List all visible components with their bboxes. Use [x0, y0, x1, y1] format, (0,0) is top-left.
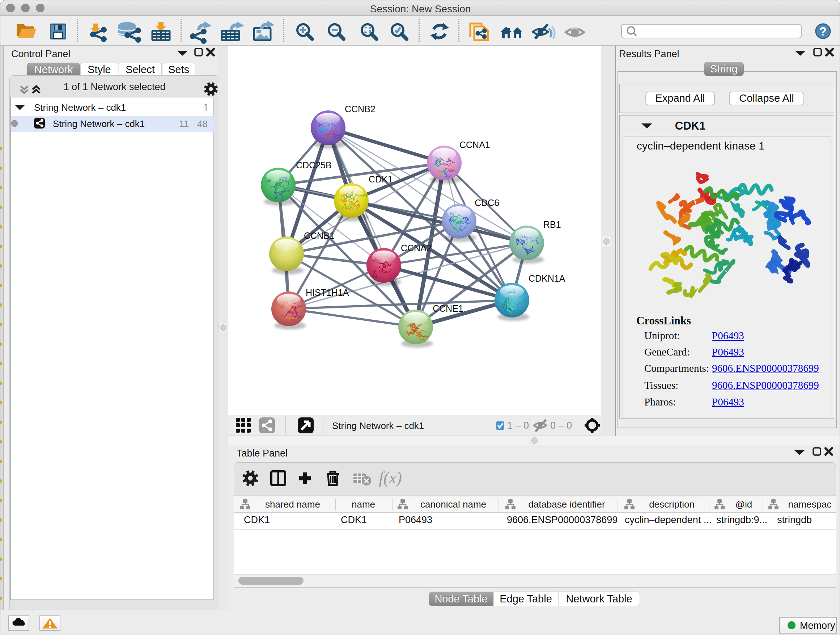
svg-text:f(x): f(x) — [379, 469, 402, 487]
svg-text:?: ? — [819, 24, 827, 38]
